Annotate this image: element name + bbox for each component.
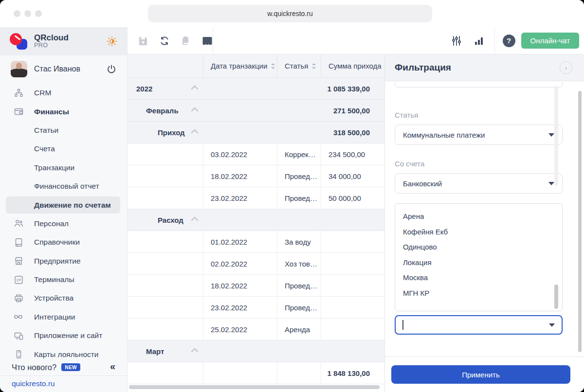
sidebar-item-10[interactable]: Предприятие [0, 252, 127, 270]
refresh-icon[interactable] [158, 34, 171, 48]
collapse-sidebar-icon[interactable]: « [110, 361, 115, 372]
display-icon[interactable] [201, 34, 214, 48]
window-close-icon[interactable] [14, 10, 20, 17]
article-cell: Провед… [277, 297, 321, 318]
article-cell: Провед… [277, 165, 321, 187]
online-chat-button[interactable]: Онлайн-чат [521, 33, 579, 49]
sidebar-item-1[interactable]: CRM [0, 84, 127, 102]
location-option[interactable]: Москва [403, 270, 562, 285]
collapse-chevron-icon[interactable] [191, 129, 199, 134]
article-cell: Аренда [277, 319, 321, 340]
table-row[interactable]: 02.02.2022Хоз тов… [128, 253, 384, 275]
group-label: 2022 [128, 85, 152, 93]
chevron-down-icon [549, 323, 555, 327]
logout-power-icon[interactable] [107, 64, 116, 74]
printer-icon [13, 292, 24, 304]
save-icon[interactable] [136, 34, 150, 48]
group-row[interactable]: Март [128, 340, 384, 362]
location-option[interactable]: Кофейня Екб [403, 224, 562, 240]
sidebar-item-label: Статьи [34, 126, 58, 135]
group-row[interactable]: Февраль271 500,00 [128, 100, 384, 122]
sidebar-item-7[interactable]: Движение по счетам [0, 196, 127, 214]
sort-icon[interactable] [271, 63, 275, 70]
collapse-chevron-icon[interactable] [191, 216, 199, 221]
sidebar-item-13[interactable]: Интеграции [0, 308, 127, 326]
group-row[interactable]: Расход [128, 209, 384, 231]
address-bar[interactable]: w.quickresto.ru [148, 5, 432, 22]
location-option[interactable]: Арена [403, 209, 562, 224]
sidebar-item-4[interactable]: Счета [0, 140, 127, 158]
table-row[interactable]: 23.02.2022Провед…50 000,00 [128, 187, 384, 209]
collapse-panel-icon[interactable]: › [560, 61, 572, 74]
column-header-article[interactable]: Статья [277, 54, 321, 77]
date-cell: 03.02.2022 [203, 143, 277, 165]
group-row[interactable]: Приход318 500,00 [128, 122, 384, 143]
column-header-group [128, 54, 203, 77]
app-window: w.quickresto.ru QRcloud PRO [0, 0, 584, 392]
article-filter-select[interactable]: Коммунальные платежи [395, 125, 563, 145]
sidebar-item-12[interactable]: Устройства [0, 289, 127, 307]
help-button[interactable]: ? [503, 35, 515, 47]
table-row[interactable]: 01.02.2022За воду [128, 231, 384, 253]
collapse-chevron-icon[interactable] [191, 107, 199, 112]
window-zoom-icon[interactable] [35, 10, 42, 17]
user-row[interactable]: Стас Иванов [0, 55, 127, 83]
sidebar-item-9[interactable]: Справочники [0, 233, 127, 251]
horizontal-scrollbar[interactable] [129, 385, 380, 389]
apply-button[interactable]: Применить [391, 365, 570, 384]
sidebar-header: QRcloud PRO [0, 27, 127, 55]
location-option[interactable]: Одинцово [403, 239, 562, 255]
sidebar-item-label: CRM [34, 89, 51, 97]
location-option[interactable]: Локация [403, 255, 562, 270]
text-cursor [402, 320, 403, 330]
date-cell: 23.02.2022 [203, 297, 277, 318]
amount-cell: 1 848 130,00 [321, 362, 384, 384]
collapse-chevron-icon[interactable] [191, 85, 199, 90]
sidebar-item-11[interactable]: QRТерминалы [0, 270, 127, 289]
filter-sliders-icon[interactable] [450, 34, 463, 48]
sidebar-item-2[interactable]: Финансы [0, 102, 127, 121]
sidebar-item-5[interactable]: Транзакции [0, 159, 127, 177]
panel-scrollbar-thumb[interactable] [578, 91, 582, 352]
location-option[interactable]: МГН КР [403, 285, 562, 301]
locations-listbox: АренаКофейня ЕкбОдинцовоЛокацияМоскваМГН… [395, 203, 563, 311]
sort-icon[interactable] [311, 63, 316, 70]
group-spacer-cell [128, 319, 203, 340]
sidebar-item-6[interactable]: Финансовый отчет [0, 177, 127, 196]
group-row[interactable]: 20221 085 339,00 [128, 78, 384, 100]
qrcloud-logo-icon [10, 33, 27, 50]
sidebar-item-8[interactable]: Персонал [0, 214, 127, 233]
sidebar-item-3[interactable]: Статьи [0, 121, 127, 140]
card-icon [13, 349, 24, 360]
site-link[interactable]: quickresto.ru [12, 379, 55, 388]
sidebar-item-label: Терминалы [34, 275, 74, 284]
brightness-icon[interactable] [107, 36, 117, 47]
location-search-combobox[interactable] [395, 315, 563, 335]
article-filter-label: Статья [395, 111, 418, 119]
column-header-date[interactable]: Дата транзакции [203, 54, 277, 77]
table-row[interactable]: 25.02.2022Аренда [128, 319, 384, 340]
account-filter-select[interactable]: Банковский [395, 173, 563, 194]
cutoff-input[interactable] [395, 82, 563, 88]
whats-new-link[interactable]: Что нового? NEW [12, 360, 80, 374]
filter-panel-footer: Применить [385, 356, 584, 392]
window-minimize-icon[interactable] [24, 10, 31, 17]
chevron-down-icon [548, 133, 554, 137]
bar-chart-icon[interactable] [472, 34, 486, 48]
listbox-scroll-track[interactable] [554, 86, 558, 186]
url-text: w.quickresto.ru [267, 10, 312, 18]
copy-icon[interactable] [179, 34, 193, 48]
table-row[interactable]: 23.02.2022Провед… [128, 297, 384, 319]
listbox-scroll-thumb[interactable] [554, 285, 558, 309]
sidebar-item-label: Персонал [34, 219, 69, 228]
collapse-chevron-icon[interactable] [191, 348, 199, 353]
sidebar-item-label: Справочники [34, 238, 80, 247]
article-cell: Провед… [277, 275, 321, 296]
table-row[interactable]: 03.02.2022Коррек…234 500,00 [128, 143, 384, 165]
table-row[interactable]: 18.02.2022Провед…34 000,00 [128, 165, 384, 187]
table-row[interactable]: 18.02.2022Провед… [128, 275, 384, 297]
account-filter-label: Со счета [395, 160, 424, 168]
sidebar-item-14[interactable]: Приложение и сайт [0, 326, 127, 345]
table-row[interactable]: 1 848 130,00 [128, 362, 384, 384]
browser-chrome: w.quickresto.ru [0, 0, 584, 27]
